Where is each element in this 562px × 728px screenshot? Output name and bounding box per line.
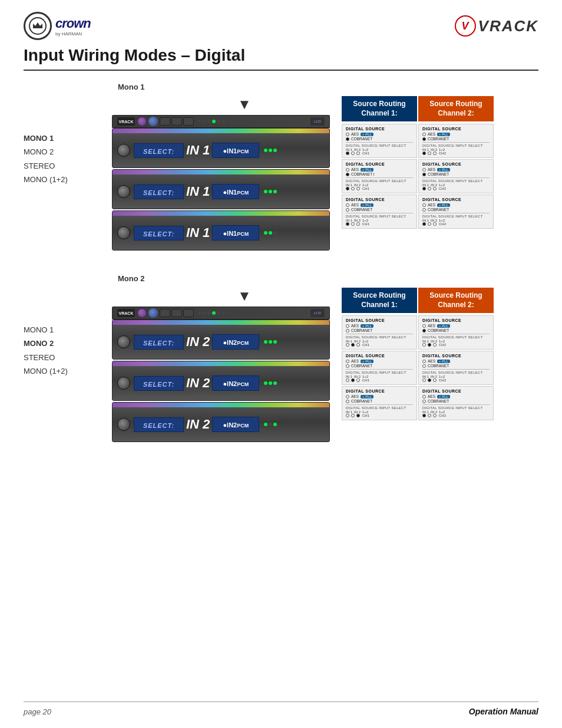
- mode-label2-mono2-active: MONO 2: [24, 337, 100, 350]
- routing-headers: Source RoutingChannel 1: Source RoutingC…: [342, 96, 495, 121]
- dot-r2c1-in2: [351, 187, 355, 190]
- routing-row-m2-1: DIGITAL SOURCE AES + PLL COBRANET DIGITA…: [342, 315, 495, 350]
- footer: page 20 Operation Manual: [24, 701, 538, 716]
- color-bar-2: [113, 170, 329, 174]
- routing-headers-2: Source RoutingChannel 1: Source RoutingC…: [342, 288, 495, 313]
- cobranet-radio-m2r1c1: [346, 329, 349, 332]
- output-display-4: ●IN2PCM: [212, 334, 259, 350]
- routing-panel-m2-r3-ch2: DIGITAL SOURCE AES + PLL COBRANET DIGITA…: [418, 386, 494, 420]
- amp-inner-4: SELECT: IN 2 ●IN2PCM: [117, 330, 325, 350]
- routing-row-1: DIGITAL SOURCE AES + PLL COBRANET DIGITA…: [342, 124, 495, 158]
- amp-top-panel: VRACK: [112, 115, 330, 128]
- input-label-1: IN 1: [186, 143, 210, 158]
- cobranet-radio-m2r2c2: [422, 364, 426, 368]
- harman-text: by HARMAN: [55, 31, 91, 37]
- cobranet-radio-m2r3c1: [346, 400, 349, 403]
- color-bar-6: [113, 403, 329, 407]
- amp-unit-1: SELECT: IN 1 ●IN1PCM: [112, 128, 330, 168]
- aes-radio-m2r1c2: [422, 324, 426, 328]
- aes-radio-r3c1: [346, 203, 349, 207]
- input-label-6: IN 2: [186, 417, 210, 432]
- routing-row-m2-3: DIGITAL SOURCE AES + PLL COBRANET DIGITA…: [342, 386, 495, 420]
- dot-r3c2-12: [433, 222, 437, 226]
- amp-unit-2: SELECT: IN 1 ●IN1PCM: [112, 169, 330, 209]
- display-small: LCD: [310, 117, 325, 126]
- input-label-4: IN 2: [186, 334, 210, 350]
- aes-radio-m2r3c2: [422, 395, 426, 398]
- dot-m2r3c1-in1: [346, 414, 349, 417]
- amp-inner-2: SELECT: IN 1 ●IN1PCM: [117, 179, 325, 199]
- top-controls-2: [137, 308, 308, 318]
- select-display-6: SELECT:: [134, 417, 184, 432]
- led-group1: [198, 120, 225, 123]
- input-label-2: IN 1: [186, 184, 210, 199]
- cobranet-radio-r2c2: [422, 173, 426, 176]
- routing-panel-r2-ch2: DIGITAL SOURCE AES + PLL COBRANET DIGITA…: [418, 159, 494, 193]
- mode-label-stereo: STEREO: [24, 159, 100, 173]
- left-knob-2: [117, 185, 130, 198]
- routing-panel-r3-ch1: DIGITAL SOURCE AES + PLL COBRANET DIGITA…: [342, 195, 417, 229]
- level-leds-3: [264, 231, 277, 235]
- select-display-1: SELECT:: [134, 143, 184, 158]
- cobranet-radio-r1c2: [422, 137, 426, 141]
- dot-m2r1c2-12: [433, 343, 437, 347]
- routing-row-m2-2: DIGITAL SOURCE AES + PLL COBRANET DIGITA…: [342, 351, 495, 385]
- arrow-down-icon: ▼: [159, 96, 330, 113]
- mode-labels-mono2: MONO 1 MONO 2 STEREO MONO (1+2): [24, 288, 100, 378]
- color-bar-1: [113, 129, 329, 133]
- color-bar-5: [113, 361, 329, 366]
- dot-r1c2-in1: [422, 151, 426, 155]
- aes-radio-m2r2c1: [346, 360, 349, 363]
- mode-label-mono2: MONO 2: [24, 145, 100, 159]
- section-mono2: Mono 2 MONO 1 MONO 2 STEREO MONO (1+2) ▼…: [24, 274, 538, 442]
- dot-r3c1-12: [356, 222, 360, 226]
- dot-m2r3c2-in2: [428, 414, 431, 417]
- button-group-2: [160, 309, 194, 317]
- left-knob-6: [117, 418, 130, 431]
- color-bar-3: [113, 211, 329, 216]
- dot-m2r3c1-in2: [351, 414, 355, 417]
- display-small-2: LCD: [310, 309, 325, 317]
- ch2-header: Source RoutingChannel 2:: [418, 96, 494, 121]
- dot-r1c1-in2: [351, 151, 355, 155]
- amp-unit-3: SELECT: IN 1 ●IN1PCM: [112, 210, 330, 251]
- amp-top-panel-2: VRACK: [112, 307, 330, 319]
- cobranet-radio-r2c1: [346, 173, 349, 176]
- color-bar-4: [113, 320, 329, 325]
- dot-m2r1c1-in2: [351, 343, 355, 347]
- dot-r1c1-in1: [346, 151, 349, 155]
- footer-manual: Operation Manual: [469, 707, 538, 716]
- dot-m2r1c1-in1: [346, 343, 349, 347]
- vrack-front-logo-2: VRACK: [117, 309, 135, 317]
- crown-logo: crown by HARMAN: [24, 12, 91, 40]
- routing-panel-m2-r2-ch2: DIGITAL SOURCE AES + PLL COBRANET DIGITA…: [418, 351, 494, 385]
- vrack-logo: V VRACK: [455, 15, 538, 37]
- purple-knob-icon-2: [137, 308, 147, 318]
- top-controls: [137, 117, 308, 126]
- led-group2: [198, 311, 225, 315]
- routing-panel-m2-r1-ch2: DIGITAL SOURCE AES + PLL COBRANET DIGITA…: [418, 315, 494, 350]
- footer-page: page 20: [24, 707, 51, 716]
- select-display-5: SELECT:: [134, 376, 184, 391]
- aes-radio-m2r2c2: [422, 360, 426, 363]
- dot-r1c2-in2: [428, 151, 431, 155]
- dot-m2r2c2-12: [433, 378, 437, 382]
- dot-m2r1c1-12: [356, 343, 360, 347]
- amp-inner-5: SELECT: IN 2 ●IN2PCM: [117, 371, 325, 391]
- dot-r3c1-in1: [346, 222, 349, 226]
- cobranet-radio-m2r1c2: [422, 329, 426, 332]
- routing-panels-mono1: Source RoutingChannel 1: Source RoutingC…: [342, 96, 495, 229]
- level-leds-2: [264, 190, 277, 193]
- aes-radio-r2c1: [346, 168, 349, 172]
- dot-m2r2c1-in1: [346, 378, 349, 382]
- vrack-circle-icon: V: [455, 15, 476, 37]
- header: crown by HARMAN V VRACK: [24, 12, 538, 40]
- amp-stack-mono2: ▼ VRACK: [112, 288, 330, 442]
- select-display-4: SELECT:: [134, 335, 184, 350]
- dot-m2r3c2-12: [433, 414, 437, 417]
- section-label-mono2: Mono 2: [118, 274, 538, 283]
- section-content-mono2: MONO 1 MONO 2 STEREO MONO (1+2) ▼ VRACK: [24, 288, 538, 442]
- cobranet-radio-m2r2c1: [346, 364, 349, 368]
- dot-m2r1c2-in1: [422, 343, 426, 347]
- routing-panel-r1-ch2: DIGITAL SOURCE AES + PLL COBRANET DIGITA…: [418, 124, 494, 158]
